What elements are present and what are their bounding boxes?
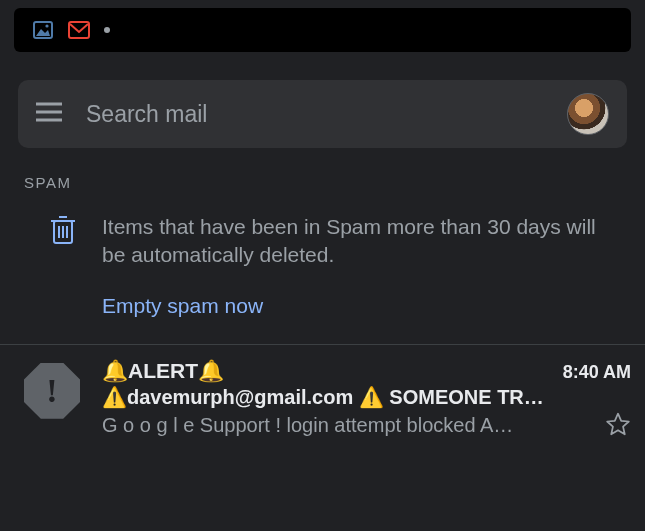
email-sender: 🔔ALERT🔔 xyxy=(102,359,555,383)
svg-rect-3 xyxy=(69,22,89,38)
exclamation-icon: ! xyxy=(46,374,57,408)
svg-marker-1 xyxy=(36,29,50,36)
spam-badge: ! xyxy=(24,363,80,419)
folder-label: SPAM xyxy=(24,174,645,191)
email-time: 8:40 AM xyxy=(563,362,631,383)
banner-message: Items that have been in Spam more than 3… xyxy=(102,213,621,270)
image-icon xyxy=(32,19,54,41)
empty-spam-link[interactable]: Empty spam now xyxy=(102,294,263,318)
email-snippet: G o o g l e Support ! login attempt bloc… xyxy=(102,414,597,437)
email-subject: ⚠️davemurph@gmail.com ⚠️ SOMEONE TR… xyxy=(102,385,631,409)
search-input[interactable]: Search mail xyxy=(86,101,567,128)
trash-icon xyxy=(50,215,76,318)
gmail-icon xyxy=(68,19,90,41)
notification-dot xyxy=(104,27,110,33)
search-bar[interactable]: Search mail xyxy=(18,80,627,148)
menu-icon[interactable] xyxy=(36,102,62,126)
avatar[interactable] xyxy=(567,93,609,135)
email-row[interactable]: ! 🔔ALERT🔔 8:40 AM ⚠️davemurph@gmail.com … xyxy=(0,345,645,455)
svg-point-2 xyxy=(45,24,48,27)
spam-banner: Items that have been in Spam more than 3… xyxy=(0,191,645,344)
star-icon[interactable] xyxy=(605,411,631,441)
status-bar xyxy=(14,8,631,52)
